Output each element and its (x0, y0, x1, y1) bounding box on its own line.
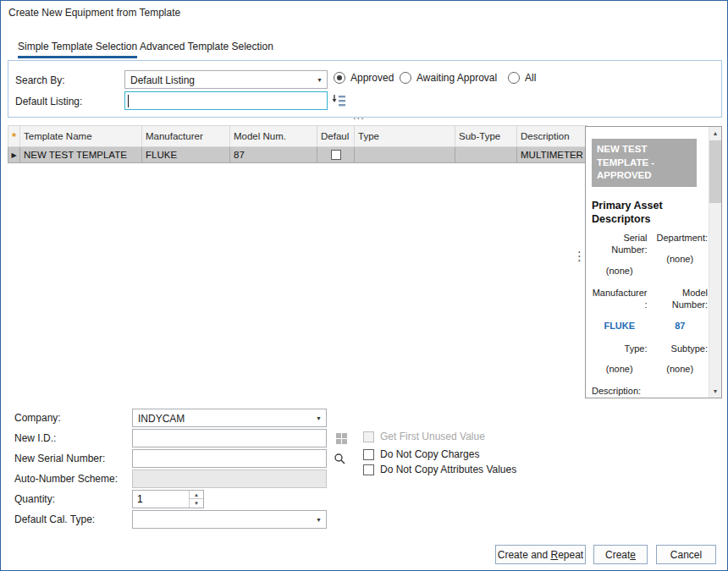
magnifier-glyph (334, 453, 346, 465)
chevron-down-icon: ▼ (316, 415, 322, 421)
checkbox-do-not-copy-attributes[interactable]: Do Not Copy Attributes Values (363, 464, 516, 475)
cell-type[interactable] (355, 147, 455, 163)
new-serial-number-input[interactable] (132, 449, 327, 468)
checkbox-icon (363, 431, 374, 442)
search-panel: Search By: Default Listing ▼ Approved Aw… (8, 60, 722, 118)
auto-number-scheme-label: Auto-Number Scheme: (14, 473, 118, 485)
radio-icon (334, 72, 345, 84)
detail-field-manufacturer: Manufacturer: FLUKE (592, 288, 648, 332)
quantity-label: Quantity: (14, 493, 55, 505)
primary-asset-descriptors-title: Primary Asset Descriptors (592, 199, 708, 227)
listing-picker-glyph (332, 93, 347, 108)
spin-up-icon[interactable]: ▲ (190, 491, 203, 499)
company-dropdown[interactable]: INDYCAM ▼ (132, 409, 327, 427)
new-serial-number-label: New Serial Number: (14, 453, 105, 464)
quantity-stepper[interactable]: ▲ ▼ (132, 490, 204, 508)
create-button[interactable]: Create (593, 545, 648, 564)
col-default[interactable]: Defaul (317, 126, 355, 147)
grid-row-selected[interactable]: ▶ NEW TEST TEMPLATE FLUKE 87 MULTIMETER (8, 147, 587, 163)
new-row-indicator-icon: * (8, 126, 20, 147)
default-cal-type-label: Default Cal. Type: (14, 513, 95, 525)
checkbox-get-first-unused-value: Get First Unused Value (363, 431, 485, 442)
company-value: INDYCAM (138, 413, 185, 425)
scrollbar-thumb[interactable] (709, 140, 721, 203)
new-id-label: New I.D.: (14, 432, 56, 444)
default-listing-label: Default Listing: (15, 96, 82, 107)
detail-field-serial-number: Serial Number: (none) (592, 233, 648, 277)
col-type[interactable]: Type (355, 126, 455, 147)
text-caret (128, 95, 129, 107)
cell-template-name[interactable]: NEW TEST TEMPLATE (20, 147, 142, 163)
radio-awaiting-approval[interactable]: Awaiting Approval (400, 72, 497, 84)
new-id-input[interactable] (132, 429, 327, 447)
grid-glyph (335, 432, 348, 445)
detail-field-subtype: Subtype: (none) (653, 343, 709, 376)
detail-field-type: Type: (none) (592, 343, 648, 376)
vertical-splitter[interactable]: ⋮ (573, 250, 586, 262)
template-detail-panel: NEW TEST TEMPLATE - APPROVED Primary Ass… (585, 126, 722, 398)
radio-icon (400, 72, 411, 84)
checkbox-icon (363, 464, 374, 475)
col-manufacturer[interactable]: Manufacturer (142, 126, 230, 147)
tab-advanced-template-selection[interactable]: Advanced Template Selection (140, 41, 273, 58)
chevron-down-icon: ▼ (316, 517, 322, 523)
quantity-input[interactable] (133, 491, 187, 508)
radio-awaiting-approval-label: Awaiting Approval (416, 72, 497, 84)
radio-approved[interactable]: Approved (334, 72, 394, 84)
col-sub-type[interactable]: Sub-Type (455, 126, 517, 147)
checkbox-icon (363, 449, 374, 460)
col-model-num[interactable]: Model Num. (230, 126, 317, 147)
detail-field-description: Description: MULTIMETER (592, 386, 708, 398)
template-status-header: NEW TEST TEMPLATE - APPROVED (592, 139, 697, 187)
auto-number-scheme-input (132, 469, 327, 488)
spin-buttons: ▲ ▼ (189, 491, 203, 508)
radio-approved-label: Approved (350, 72, 394, 84)
titlebar[interactable]: Create New Equipment from Template (1, 1, 727, 25)
template-grid: * Template Name Manufacturer Model Num. … (8, 125, 587, 163)
cell-manufacturer[interactable]: FLUKE (142, 147, 230, 163)
search-by-label: Search By: (15, 74, 65, 86)
default-listing-input[interactable] (124, 91, 328, 110)
scroll-down-icon[interactable]: ▼ (709, 385, 721, 398)
col-description[interactable]: Description (517, 126, 587, 147)
cancel-button[interactable]: Cancel (656, 545, 716, 564)
tab-simple-template-selection[interactable]: Simple Template Selection (18, 41, 137, 58)
horizontal-splitter[interactable]: ... (353, 109, 365, 122)
search-by-value: Default Listing (130, 74, 195, 86)
cell-sub-type[interactable] (455, 147, 517, 163)
radio-all-label: All (525, 72, 536, 84)
scroll-up-icon[interactable]: ▲ (709, 127, 721, 140)
detail-content: NEW TEST TEMPLATE - APPROVED Primary Ass… (586, 127, 710, 398)
radio-all[interactable]: All (508, 72, 536, 84)
cell-description[interactable]: MULTIMETER (517, 147, 587, 163)
spin-down-icon[interactable]: ▼ (190, 499, 203, 508)
cell-model-num[interactable]: 87 (230, 147, 317, 163)
create-equipment-dialog: Create New Equipment from Template Simpl… (0, 0, 728, 571)
detail-scrollbar[interactable]: ▲ ▼ (709, 127, 721, 398)
id-scheme-grid-icon[interactable] (333, 430, 350, 447)
cell-default[interactable] (317, 147, 355, 163)
detail-field-model-number: Model Number: 87 (653, 288, 709, 332)
magnifier-icon[interactable] (331, 450, 348, 467)
create-and-repeat-button[interactable]: Create and Repeat (495, 545, 586, 564)
company-label: Company: (14, 412, 61, 424)
grid-header-row: * Template Name Manufacturer Model Num. … (8, 126, 587, 147)
listing-picker-icon[interactable] (331, 92, 348, 109)
descriptor-fields: Serial Number: (none) Department: (none)… (592, 233, 708, 376)
default-cal-type-dropdown[interactable]: ▼ (132, 510, 327, 529)
window-title: Create New Equipment from Template (8, 7, 180, 19)
detail-field-department: Department: (none) (653, 233, 709, 277)
chevron-down-icon: ▼ (317, 77, 323, 83)
default-checkbox[interactable] (331, 150, 341, 160)
checkbox-do-not-copy-charges[interactable]: Do Not Copy Charges (363, 448, 479, 460)
search-by-dropdown[interactable]: Default Listing ▼ (124, 70, 328, 89)
col-template-name[interactable]: Template Name (20, 126, 142, 147)
radio-icon (508, 72, 520, 84)
row-marker-icon: ▶ (8, 147, 20, 163)
